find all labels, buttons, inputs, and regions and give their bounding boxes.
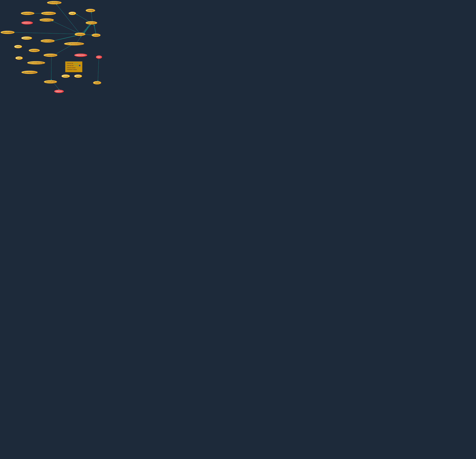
svg-line-5: [52, 21, 79, 33]
svg-line-8: [91, 12, 92, 22]
svg-line-18: [54, 83, 60, 90]
svg-line-9: [76, 14, 90, 22]
node-memcpy[interactable]: memcpy: [61, 75, 70, 78]
node-loadCurrentContract[interactable]: loadCurrentContract: [41, 12, 56, 15]
svg-line-15: [54, 44, 73, 55]
node-payable[interactable]: payable: [93, 81, 101, 84]
node-getMemPoolOffset[interactable]: getMemPoolOffset: [0, 31, 15, 34]
node-nextContract[interactable]: nextContract: [21, 36, 32, 40]
node-getMemPoolDepth[interactable]: getMemPoolDepth: [41, 39, 55, 43]
legend-internal-call: Internal Call ▶: [67, 63, 81, 64]
legend-undefined-contract: Undefined Contract: [67, 69, 81, 70]
node-calcLiquidityInContract[interactable]: calcLiquidityInContract: [21, 71, 38, 74]
node-findPtr[interactable]: findPtr: [15, 56, 23, 60]
node-uint2str[interactable]: uint2str: [14, 45, 22, 48]
svg-line-17: [98, 59, 99, 81]
svg-line-10: [83, 24, 90, 34]
node-start[interactable]: start: [96, 55, 102, 59]
node-parseMemoryPool[interactable]: parseMemoryPool: [43, 54, 57, 57]
svg-line-4: [12, 32, 78, 34]
node-findContracts[interactable]: findContracts: [29, 49, 40, 52]
node-withdrawalProfits[interactable]: withdrawalProfits: [44, 80, 57, 83]
node-getMemPoolHeight[interactable]: getMemPoolHeight: [40, 18, 54, 22]
node-callMempool[interactable]: callMempool: [75, 33, 85, 36]
node-withdrawal[interactable]: withdrawal: [54, 90, 64, 93]
svg-line-6: [52, 35, 79, 41]
svg-line-3: [81, 24, 91, 33]
node-orderContractsByLiquidity[interactable]: orderContractsByLiquidity: [27, 61, 45, 65]
svg-line-16: [51, 57, 51, 80]
svg-line-21: [94, 25, 96, 34]
node-ReceiveEther[interactable]: <Receive Ether>: [74, 54, 87, 57]
node-findNewContracts[interactable]: findNewContracts: [21, 12, 34, 15]
node-beyond[interactable]: beyond: [74, 75, 82, 78]
node-toHexDigit[interactable]: toHexDigit: [86, 9, 95, 12]
svg-line-7: [84, 34, 92, 35]
legend-box: Internal Call ▶ External Call ▶ Defined …: [65, 61, 82, 72]
node-Constructor[interactable]: <Constructor>: [21, 21, 33, 25]
svg-line-22: [94, 25, 96, 34]
node-checkLiquidity[interactable]: checkLiquidity: [85, 21, 97, 25]
node-getMemPoolLength[interactable]: getMemPoolLength: [47, 1, 62, 4]
legend-defined-contract: Defined Contract: [67, 67, 81, 68]
node-keccak[interactable]: keccak: [68, 12, 76, 15]
legend-external-call: External Call ▶: [67, 65, 81, 67]
node-callFrontRunActionMempool[interactable]: _callFrontRunActionMempool: [64, 42, 84, 45]
svg-line-20: [54, 35, 78, 41]
svg-line-2: [56, 4, 80, 34]
graph-container: getMemPoolLength findNewContracts loadCu…: [0, 0, 105, 95]
node-mempool[interactable]: mempool: [92, 33, 101, 37]
